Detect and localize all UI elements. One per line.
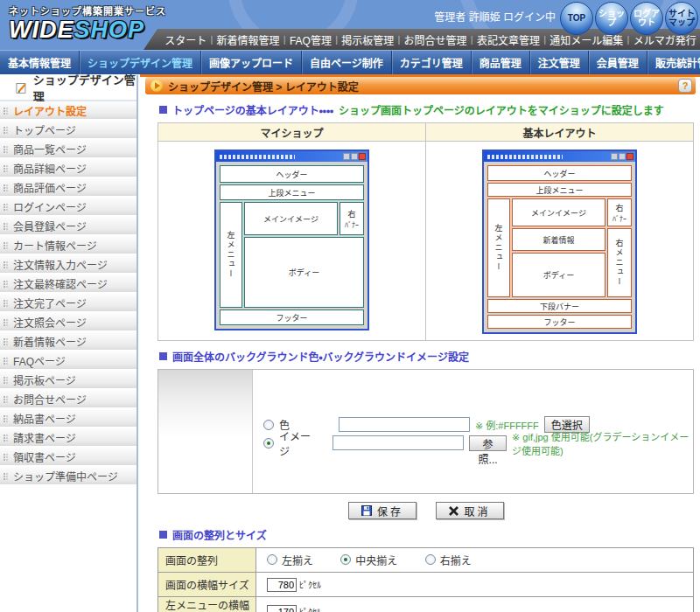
- sidebar-item-news-page[interactable]: 新着情報ページ: [0, 332, 136, 351]
- close-icon: [359, 153, 366, 160]
- sidebar-item-product-detail[interactable]: 商品詳細ページ: [0, 159, 136, 178]
- left-menu-width-input[interactable]: [267, 605, 297, 612]
- top-menu-inquiry-mgmt[interactable]: お問合せ管理: [404, 32, 467, 47]
- block-footer: フッター: [220, 309, 364, 325]
- top-menu-faq-mgmt[interactable]: FAQ管理: [290, 32, 332, 47]
- right-banner-line1: 右: [615, 202, 623, 213]
- align-right-radio[interactable]: [425, 554, 436, 565]
- sidebar-item-receipt[interactable]: 領収書ページ: [0, 448, 136, 467]
- myshop-preview-cell: ヘッダー 上段メニュー 左メニュー メインイメージ 右ﾊﾞﾅｰ ボディー: [158, 142, 426, 341]
- align-row-label: 画面の整列: [158, 548, 256, 573]
- sidebar-item-order-inquiry[interactable]: 注文照会ページ: [0, 313, 136, 332]
- pixel-unit: ﾋﾟｸｾﾙ: [299, 581, 321, 590]
- main-content: ショップデザイン管理 > レイアウト設定 ? トップページの基本レイアウト・・・…: [145, 77, 696, 612]
- sidebar-item-order-confirm[interactable]: 注文最終確認ページ: [0, 275, 136, 294]
- nav-order[interactable]: 注文管理: [529, 51, 588, 74]
- top-menu-board-mgmt[interactable]: 掲示板管理: [341, 32, 394, 47]
- table-row: 左メニューの横幅サイズ ﾋﾟｸｾﾙ: [158, 597, 694, 612]
- sidebar-item-inquiry-page[interactable]: お問合せページ: [0, 390, 136, 409]
- mini-window-titlebar: [484, 151, 635, 162]
- breadcrumb: ショップデザイン管理 > レイアウト設定 ?: [145, 77, 696, 94]
- image-radio[interactable]: [263, 438, 274, 449]
- align-left-radio[interactable]: [267, 554, 277, 565]
- sidebar-item-board-page[interactable]: 掲示板ページ: [0, 371, 136, 390]
- layout-compare-table: マイショップ 基本レイアウト ヘッダー 上段メニュー 左メニ: [158, 122, 694, 341]
- page: ネットショップ構築開業サービス WIDESHOP 管理者 許順姫 ログイン中 T…: [0, 0, 700, 612]
- help-icon[interactable]: ?: [678, 79, 692, 93]
- sitemap-button[interactable]: サイトマップ: [665, 2, 698, 35]
- sidebar-item-label: 請求書ページ: [13, 430, 76, 445]
- nav-image-upload[interactable]: 画像アップロード: [200, 51, 301, 74]
- sidebar-item-label: トップページ: [13, 122, 76, 137]
- sidebar-item-label: 注文最終確認ページ: [13, 276, 108, 291]
- screen-width-input[interactable]: [267, 578, 297, 592]
- nav-sales-stats[interactable]: 販売統計管理: [647, 51, 700, 74]
- grip-icon: [4, 473, 5, 475]
- width-row-value: ﾋﾟｸｾﾙ: [256, 573, 694, 597]
- image-label: イメージ: [279, 428, 312, 458]
- align-section-heading: 画面の整列とサイズ: [159, 527, 696, 542]
- heading-align: 画面の整列とサイズ: [172, 527, 267, 542]
- color-input[interactable]: [339, 417, 470, 432]
- sidebar-item-label: 納品書ページ: [13, 411, 76, 426]
- logout-button[interactable]: ログアウト: [630, 2, 663, 35]
- image-row: イメージ 参照... ※ gif,jpg 使用可能(グラデーションイメージ使用可…: [263, 434, 693, 452]
- image-input[interactable]: [332, 435, 464, 450]
- sidebar-item-label: 新着情報ページ: [13, 334, 87, 349]
- top-menu-notation-mgmt[interactable]: 表記文章管理: [477, 32, 540, 47]
- mini-window-controls: [343, 153, 366, 160]
- sidebar-item-cart-info[interactable]: カート情報ページ: [0, 236, 136, 255]
- sidebar-item-label: 商品詳細ページ: [13, 161, 87, 176]
- sidebar-item-invoice[interactable]: 請求書ページ: [0, 428, 136, 448]
- login-status: 管理者 許順姫 ログイン中: [434, 9, 556, 24]
- block-footer: フッター: [487, 315, 632, 329]
- top-menu-news-mgmt[interactable]: 新着情報管理: [217, 32, 280, 47]
- sidebar-item-layout-settings[interactable]: レイアウト設定: [0, 101, 136, 121]
- block-body: ボディー: [512, 253, 606, 297]
- grip-icon: [4, 165, 5, 167]
- sidebar-item-label: お問合せページ: [13, 392, 87, 407]
- sidebar-item-order-input[interactable]: 注文情報入力ページ: [0, 255, 136, 275]
- top-button[interactable]: TOP: [560, 2, 593, 35]
- align-left-option[interactable]: 左揃え: [267, 553, 313, 567]
- sidebar-item-login-page[interactable]: ログインページ: [0, 198, 136, 217]
- top-menu-start[interactable]: スタート: [164, 32, 206, 47]
- align-center-option[interactable]: 中央揃え: [340, 553, 397, 567]
- sidebar-item-faq-page[interactable]: FAQページ: [0, 351, 136, 371]
- mini-window-title-text: [220, 155, 295, 159]
- align-center-radio[interactable]: [340, 554, 351, 565]
- grip-icon: [4, 281, 5, 282]
- grip-icon: [4, 184, 5, 186]
- leftmenu-row-label: 左メニューの横幅サイズ: [158, 597, 256, 612]
- sidebar-item-product-list[interactable]: 商品一覧ページ: [0, 140, 136, 159]
- sidebar-item-shop-preparing[interactable]: ショップ準備中ページ: [0, 467, 136, 486]
- block-news: 新着情報: [512, 228, 606, 251]
- background-section-heading: 画面全体のバックグラウンド色・バックグラウンドイメージ設定: [159, 349, 696, 364]
- block-header: ヘッダー: [487, 165, 632, 181]
- sidebar-item-top-page[interactable]: トップページ: [0, 121, 136, 140]
- cancel-x-icon: [449, 506, 458, 516]
- grip-icon: [4, 204, 5, 205]
- sidebar-item-delivery-slip[interactable]: 納品書ページ: [0, 409, 136, 428]
- sidebar-item-member-register[interactable]: 会員登録ページ: [0, 217, 136, 236]
- block-left-menu: 左メニュー: [487, 198, 510, 297]
- color-radio[interactable]: [263, 420, 274, 430]
- brand-logo[interactable]: ネットショップ構築開業サービス WIDESHOP: [9, 3, 166, 42]
- sidebar-item-product-review[interactable]: 商品評価ページ: [0, 178, 136, 198]
- nav-member[interactable]: 会員管理: [588, 51, 647, 74]
- sidebar-item-label: レイアウト設定: [13, 103, 87, 118]
- browse-button[interactable]: 参照...: [469, 435, 507, 451]
- logo-wide-text: WIDE: [9, 17, 74, 43]
- save-button[interactable]: 保存: [348, 502, 416, 519]
- sidebar-item-order-complete[interactable]: 注文完了ページ: [0, 294, 136, 313]
- align-right-option[interactable]: 右揃え: [425, 553, 472, 567]
- sidebar-item-label: 注文完了ページ: [13, 296, 87, 310]
- cancel-button[interactable]: 取消: [436, 502, 504, 519]
- nav-product[interactable]: 商品管理: [471, 51, 529, 74]
- shop-button[interactable]: ショップ: [595, 2, 628, 35]
- nav-free-page[interactable]: 自由ページ制作: [301, 51, 391, 74]
- grip-icon: [4, 358, 5, 359]
- nav-category[interactable]: カテゴリ管理: [391, 51, 471, 74]
- menu-separator: |: [627, 34, 630, 45]
- sidebar-item-label: 会員登録ページ: [13, 219, 87, 233]
